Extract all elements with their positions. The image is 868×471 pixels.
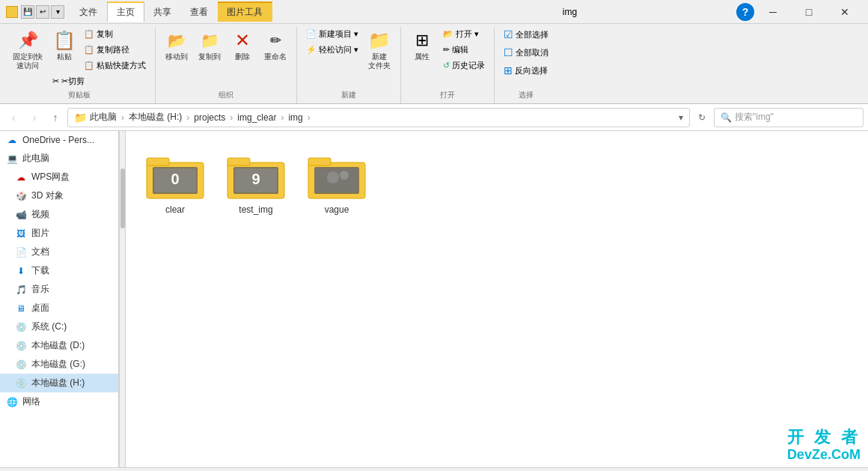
ribbon-group-select: ☑ 全部选择 ☐ 全部取消 ⊞ 反向选择 选择 bbox=[495, 27, 557, 103]
breadcrumb-this-pc[interactable]: 此电脑 bbox=[90, 111, 117, 124]
breadcrumb-projects[interactable]: projects bbox=[194, 112, 225, 123]
move-to-button[interactable]: 📂 移动到 bbox=[162, 27, 192, 63]
wps-icon: ☁ bbox=[15, 171, 27, 183]
sidebar-item-downloads[interactable]: ⬇ 下载 bbox=[0, 261, 118, 280]
drive-d-label: 本地磁盘 (D:) bbox=[31, 339, 85, 352]
folder-test-img[interactable]: 9 test_img bbox=[218, 143, 293, 221]
search-bar[interactable]: 🔍 搜索"img" bbox=[714, 108, 864, 127]
sep1: › bbox=[121, 112, 124, 123]
pin-label: 固定到快速访问 bbox=[13, 52, 43, 70]
cut-button[interactable]: ✂ ✂切剪 bbox=[49, 74, 149, 88]
tab-file[interactable]: 文件 bbox=[70, 3, 107, 22]
paste-label: 粘贴 bbox=[57, 52, 72, 61]
invert-selection-button[interactable]: ⊞ 反向选择 bbox=[501, 63, 551, 78]
wps-label: WPS网盘 bbox=[31, 171, 70, 183]
new-item-button[interactable]: 📄 新建项目 ▾ bbox=[303, 27, 361, 41]
main-area: ☁ OneDrive - Pers... 💻 此电脑 ☁ WPS网盘 🎲 3D … bbox=[0, 131, 868, 467]
quick-redo-btn[interactable]: ▾ bbox=[51, 5, 64, 19]
folder-clear-icon: 0 bbox=[145, 149, 205, 201]
svg-rect-1 bbox=[147, 158, 169, 165]
drive-h-icon: 💿 bbox=[15, 377, 27, 389]
sidebar-item-network[interactable]: 🌐 网络 bbox=[0, 392, 118, 411]
desktop-label: 桌面 bbox=[31, 302, 49, 314]
breadcrumb-img[interactable]: img bbox=[288, 112, 302, 123]
tab-view[interactable]: 查看 bbox=[181, 3, 218, 22]
copy-icon: 📋 bbox=[84, 29, 94, 39]
address-bar[interactable]: 📁 此电脑 › 本地磁盘 (H:) › projects › img_clear… bbox=[67, 108, 690, 127]
quick-access-buttons: 💾 ↩ ▾ bbox=[21, 5, 64, 19]
drive-h-label: 本地磁盘 (H:) bbox=[31, 377, 85, 389]
tab-share[interactable]: 共享 bbox=[144, 3, 181, 22]
deselect-all-button[interactable]: ☐ 全部取消 bbox=[501, 45, 551, 60]
paste-shortcut-button[interactable]: 📋 粘贴快捷方式 bbox=[81, 58, 149, 73]
delete-button[interactable]: ✕ 删除 bbox=[227, 27, 257, 63]
sidebar-item-desktop[interactable]: 🖥 桌面 bbox=[0, 299, 118, 317]
history-button[interactable]: ↺ 历史记录 bbox=[440, 58, 488, 73]
pin-to-quick-access-button[interactable]: 📌 固定到快速访问 bbox=[9, 27, 46, 72]
sidebar-item-documents[interactable]: 📄 文档 bbox=[0, 243, 118, 261]
new-folder-button[interactable]: 📁 新建文件夹 bbox=[364, 27, 394, 72]
new-item-icon: 📄 bbox=[306, 29, 317, 39]
quick-undo-btn[interactable]: ↩ bbox=[36, 5, 49, 19]
sidebar-item-3d[interactable]: 🎲 3D 对象 bbox=[0, 186, 118, 205]
ribbon-group-new: 📄 新建项目 ▾ ⚡ 轻松访问 ▾ 📁 新建文件夹 新建 bbox=[297, 27, 401, 103]
properties-button[interactable]: ⊞ 属性 bbox=[407, 27, 437, 63]
rename-button[interactable]: ✏ 重命名 bbox=[260, 27, 290, 63]
sidebar-item-drive-g[interactable]: 💿 本地磁盘 (G:) bbox=[0, 355, 118, 374]
copy-button[interactable]: 📋 复制 bbox=[81, 27, 149, 41]
up-button[interactable]: ↑ bbox=[46, 109, 64, 127]
network-label: 网络 bbox=[22, 395, 40, 408]
breadcrumb-img-clear[interactable]: img_clear bbox=[237, 112, 276, 123]
svg-rect-11 bbox=[308, 158, 331, 165]
forward-button[interactable]: › bbox=[25, 109, 43, 127]
back-button[interactable]: ‹ bbox=[4, 109, 22, 127]
window-title: img bbox=[403, 7, 736, 17]
ribbon: 📌 固定到快速访问 📋 粘贴 📋 bbox=[0, 24, 868, 104]
sidebar-item-this-pc[interactable]: 💻 此电脑 bbox=[0, 149, 118, 168]
sidebar-item-onedrive[interactable]: ☁ OneDrive - Pers... bbox=[0, 131, 118, 149]
sidebar-item-drive-d[interactable]: 💿 本地磁盘 (D:) bbox=[0, 336, 118, 355]
music-label: 音乐 bbox=[31, 283, 49, 296]
tab-picture-tools[interactable]: 图片工具 bbox=[218, 1, 272, 22]
copy-to-button[interactable]: 📁 复制到 bbox=[195, 27, 224, 63]
folder-vague[interactable]: vague bbox=[299, 143, 374, 221]
deselect-all-label: 全部取消 bbox=[516, 47, 548, 58]
folder-clear[interactable]: 0 clear bbox=[138, 143, 213, 221]
open-button[interactable]: 📂 打开 ▾ bbox=[440, 27, 488, 41]
sidebar-scrollbar[interactable] bbox=[119, 131, 125, 467]
pictures-label: 图片 bbox=[31, 227, 49, 240]
sidebar-item-drive-c[interactable]: 💿 系统 (C:) bbox=[0, 317, 118, 336]
select-buttons: ☑ 全部选择 ☐ 全部取消 ⊞ 反向选择 bbox=[501, 27, 551, 88]
sidebar-item-drive-h[interactable]: 💿 本地磁盘 (H:) bbox=[0, 374, 118, 392]
minimize-button[interactable]: ─ bbox=[756, 0, 790, 24]
sidebar-item-pictures[interactable]: 🖼 图片 bbox=[0, 224, 118, 243]
sidebar-item-videos[interactable]: 📹 视频 bbox=[0, 205, 118, 224]
this-pc-label: 此电脑 bbox=[22, 152, 49, 165]
drive-g-icon: 💿 bbox=[15, 359, 27, 371]
properties-label: 属性 bbox=[415, 52, 430, 61]
sidebar-item-wps[interactable]: ☁ WPS网盘 bbox=[0, 168, 118, 186]
sidebar-item-music[interactable]: 🎵 音乐 bbox=[0, 280, 118, 299]
edit-button[interactable]: ✏ 编辑 bbox=[440, 43, 488, 57]
paste-button[interactable]: 📋 粘贴 bbox=[49, 27, 79, 73]
pictures-icon: 🖼 bbox=[15, 228, 27, 240]
breadcrumb-drive-h[interactable]: 本地磁盘 (H:) bbox=[129, 111, 182, 124]
move-label: 移动到 bbox=[165, 52, 188, 61]
select-all-button[interactable]: ☑ 全部选择 bbox=[501, 27, 551, 42]
history-icon: ↺ bbox=[443, 61, 450, 70]
copy-path-button[interactable]: 📋 复制路径 bbox=[81, 43, 149, 57]
easy-access-button[interactable]: ⚡ 轻松访问 ▾ bbox=[303, 43, 361, 57]
move-icon: 📂 bbox=[165, 28, 189, 52]
address-dropdown-button[interactable]: ▾ bbox=[679, 112, 683, 123]
tab-home[interactable]: 主页 bbox=[107, 1, 144, 22]
svg-rect-6 bbox=[227, 158, 250, 165]
quick-save-btn[interactable]: 💾 bbox=[21, 5, 34, 19]
navigation-bar: ‹ › ↑ 📁 此电脑 › 本地磁盘 (H:) › projects › img… bbox=[0, 104, 868, 131]
copy-path-label: 复制路径 bbox=[97, 44, 129, 55]
paste-shortcut-label: 粘贴快捷方式 bbox=[97, 60, 146, 71]
help-button[interactable]: ? bbox=[736, 3, 754, 21]
refresh-button[interactable]: ↻ bbox=[693, 109, 711, 127]
maximize-button[interactable]: □ bbox=[792, 0, 826, 24]
close-button[interactable]: ✕ bbox=[828, 0, 862, 24]
cut-label: ✂切剪 bbox=[61, 76, 85, 87]
